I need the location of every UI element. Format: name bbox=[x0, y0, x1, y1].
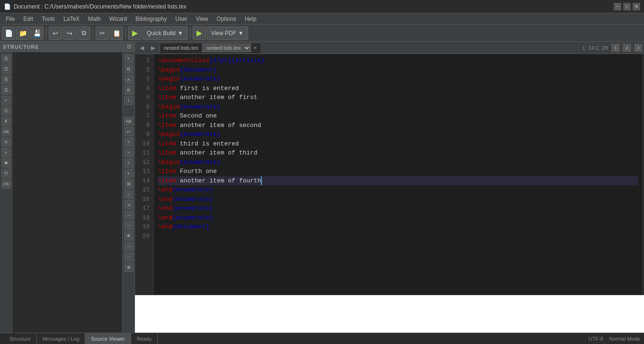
menu-help[interactable]: Help bbox=[241, 15, 260, 23]
struct-icon-as[interactable]: AS bbox=[1, 179, 11, 189]
menu-view[interactable]: View bbox=[192, 15, 212, 23]
close-button[interactable]: ✕ bbox=[633, 3, 640, 10]
struct-icon-list3[interactable]: ☰ bbox=[1, 75, 11, 84]
quick-build-button[interactable]: Quick Build ▼ bbox=[143, 27, 188, 40]
line-num-19: 19 bbox=[135, 222, 150, 232]
code-line-17: \end{enumerate} bbox=[158, 204, 638, 213]
view-btn-3[interactable]: 3 bbox=[635, 44, 642, 52]
view-pdf-button[interactable]: View PDF ▼ bbox=[207, 27, 248, 40]
latex-text: another item of first bbox=[176, 94, 258, 101]
latex-cmd: \begin bbox=[158, 75, 180, 82]
run-button[interactable]: ▶ bbox=[193, 27, 206, 40]
menu-edit[interactable]: Edit bbox=[19, 15, 37, 23]
minimize-button[interactable]: ─ bbox=[614, 3, 621, 10]
latex-text: Second one bbox=[176, 112, 217, 119]
menu-file[interactable]: File bbox=[2, 15, 18, 23]
code-line-5: \item another item of first bbox=[158, 93, 638, 102]
right-icon-div3[interactable]: ÷ bbox=[124, 158, 134, 168]
right-icon-arrow-left2[interactable]: ← bbox=[124, 252, 134, 262]
struct-icon-star[interactable]: ✱ bbox=[1, 158, 11, 168]
new-button[interactable]: 📄 bbox=[2, 27, 15, 40]
latex-cmd: \item bbox=[158, 149, 176, 156]
latex-cmd: \item bbox=[158, 112, 176, 119]
status-tab-structure[interactable]: Structure bbox=[4, 333, 37, 344]
latex-brace: {enumerate} bbox=[172, 186, 213, 193]
struct-icon-list4[interactable]: ☰ bbox=[1, 85, 11, 95]
menu-options[interactable]: Options bbox=[213, 15, 240, 23]
latex-cmd: \item bbox=[158, 168, 176, 175]
cut-button[interactable]: ✂ bbox=[96, 27, 109, 40]
right-icon-ab[interactable]: AB bbox=[124, 117, 134, 126]
tab-close-icon[interactable]: ✕ bbox=[253, 45, 257, 51]
undo-button[interactable]: ↩ bbox=[49, 27, 62, 40]
tab-nav-prev[interactable]: ◀ bbox=[137, 43, 146, 53]
struct-icon-list2[interactable]: ☰ bbox=[1, 64, 11, 74]
save-button[interactable]: 💾 bbox=[30, 27, 44, 40]
struct-icon-ab[interactable]: AB bbox=[1, 127, 11, 136]
struct-icon-list[interactable]: ☰ bbox=[1, 54, 11, 63]
menu-user[interactable]: User bbox=[171, 15, 191, 23]
latex-cmd: \item bbox=[158, 140, 176, 147]
latex-cmd: \item bbox=[158, 94, 176, 101]
menu-latex[interactable]: LaTeX bbox=[60, 15, 83, 23]
struct-icon-ti[interactable]: TI bbox=[1, 169, 11, 178]
open-button[interactable]: 📁 bbox=[16, 27, 29, 40]
paste-button[interactable]: 📋 bbox=[110, 27, 123, 40]
toolbar: 📄 📁 💾 ↩ ↪ ⧉ ✂ 📋 ▶ Quick Build ▼ ▶ View P… bbox=[0, 25, 644, 42]
line-numbers: 1234567891011121314151617181920 bbox=[135, 54, 154, 295]
menu-bibliography[interactable]: Bibliography bbox=[132, 15, 170, 23]
code-editor[interactable]: 1234567891011121314151617181920 \documen… bbox=[135, 54, 644, 295]
line-num-9: 9 bbox=[135, 130, 150, 139]
sep3 bbox=[125, 27, 126, 39]
minimap bbox=[642, 54, 644, 295]
struct-icon-check2[interactable]: ☑ bbox=[1, 106, 11, 116]
right-icon-b[interactable]: B bbox=[124, 85, 134, 95]
tab-nav-next[interactable]: ▶ bbox=[148, 43, 158, 53]
line-num-17: 17 bbox=[135, 204, 150, 213]
tab-dropdown[interactable]: nested lists.tex bbox=[202, 44, 251, 52]
view-btn-2[interactable]: 2 bbox=[623, 44, 631, 52]
right-icon-div1[interactable]: ÷ bbox=[124, 137, 134, 147]
status-bar: Structure Messages / Log Source Viewer R… bbox=[0, 333, 644, 344]
redo-button[interactable]: ↪ bbox=[63, 27, 76, 40]
struct-icon-x[interactable]: ✗ bbox=[1, 117, 11, 126]
right-icon-div2[interactable]: ÷ bbox=[124, 148, 134, 157]
struct-icon-sym[interactable]: ≈ bbox=[1, 148, 11, 157]
code-line-20 bbox=[158, 232, 638, 241]
right-icon-arrow-right2[interactable]: → bbox=[124, 242, 134, 251]
status-tab-source[interactable]: Source Viewer bbox=[85, 333, 131, 344]
structure-panel: STRUCTURE ⊟ ☰ ☰ ☰ ☰ ✓ ☑ ✗ AB ✕ ≈ ✱ TI AS… bbox=[0, 42, 135, 333]
editor-tab-main[interactable]: nested lists.tex nested lists.tex ✕ bbox=[160, 43, 261, 53]
right-icon-arrow-left[interactable]: ← bbox=[124, 221, 134, 230]
right-icon-grid[interactable]: ⊞ bbox=[124, 179, 134, 189]
view-btn-1[interactable]: 1 bbox=[612, 44, 619, 52]
right-icon-i[interactable]: i bbox=[124, 96, 134, 105]
right-icon-expand[interactable]: ↘ bbox=[124, 200, 134, 209]
code-content[interactable]: \documentclass[17pt]{article}\begin{docu… bbox=[154, 54, 642, 295]
right-icon-arrow-down[interactable]: ↓ bbox=[124, 190, 134, 199]
code-line-10: \item third is entered bbox=[158, 139, 638, 149]
menu-wizard[interactable]: Wizard bbox=[106, 15, 131, 23]
structure-collapse-icon[interactable]: ⊟ bbox=[127, 44, 132, 50]
compile-button[interactable]: ▶ bbox=[128, 27, 142, 40]
struct-icon-cross[interactable]: ✕ bbox=[1, 137, 11, 147]
line-num-15: 15 bbox=[135, 185, 150, 195]
right-icon-a[interactable]: A bbox=[124, 75, 134, 84]
line-num-4: 4 bbox=[135, 84, 150, 93]
status-tab-messages[interactable]: Messages / Log bbox=[37, 333, 86, 344]
menu-math[interactable]: Math bbox=[84, 15, 105, 23]
menu-tools[interactable]: Tools bbox=[38, 15, 59, 23]
editor-area: ◀ ▶ nested lists.tex nested lists.tex ✕ … bbox=[135, 42, 644, 333]
right-icon-ref[interactable]: R bbox=[124, 64, 134, 74]
latex-brace: {article} bbox=[232, 57, 265, 64]
right-icon-x[interactable]: ⊗ bbox=[124, 263, 134, 272]
preview-area bbox=[135, 295, 644, 333]
right-icon-add[interactable]: + bbox=[124, 54, 134, 63]
right-icon-arrow-right[interactable]: → bbox=[124, 210, 134, 220]
right-icon-eye[interactable]: 👁 bbox=[124, 231, 134, 241]
struct-icon-check[interactable]: ✓ bbox=[1, 96, 11, 105]
right-icon-return[interactable]: ↩ bbox=[124, 127, 134, 136]
copy-button[interactable]: ⧉ bbox=[77, 27, 90, 40]
right-icon-add2[interactable]: + bbox=[124, 169, 134, 178]
maximize-button[interactable]: □ bbox=[623, 3, 631, 10]
